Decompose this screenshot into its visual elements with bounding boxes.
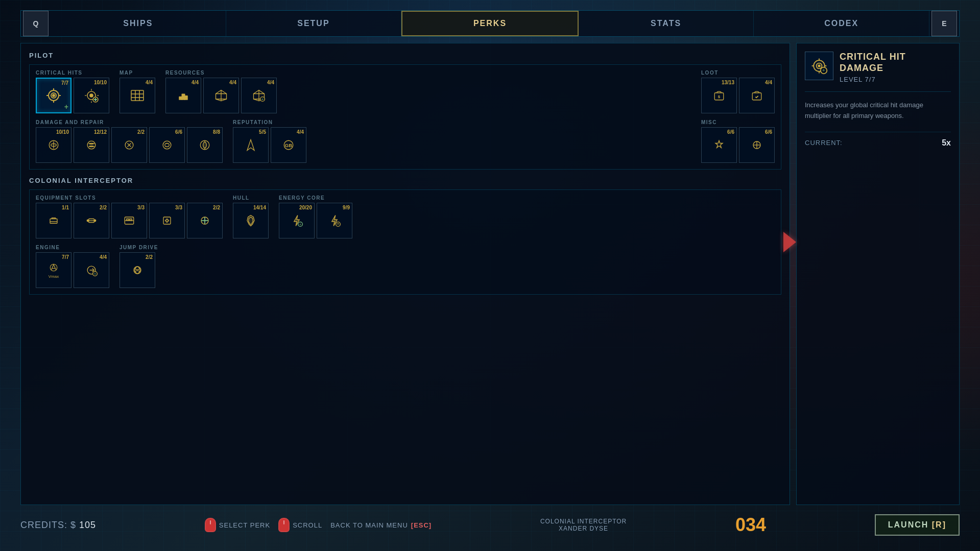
pilot-row-2: DAMAGE AND REPAIR 10/10 <box>36 119 775 163</box>
mouse-left-icon <box>205 518 216 532</box>
perk-count: 2/2 <box>146 254 153 260</box>
nav-key-e[interactable]: E <box>931 11 957 36</box>
perk-engine-1[interactable]: 7/7 Vmax <box>36 252 71 288</box>
perk-jump-1[interactable]: 2/2 <box>119 252 155 288</box>
svg-text:GB: GB <box>285 142 292 148</box>
pilot-row-1: CRITICAL HITS 7/7 <box>36 70 775 113</box>
energy-core-group: ENERGY CORE 20/20 + <box>279 195 352 238</box>
target-icon <box>45 87 62 104</box>
damage-repair-label: DAMAGE AND REPAIR <box>36 119 223 125</box>
resources-items: 4/4 4/4 <box>165 78 277 113</box>
perk-rep-2[interactable]: 4/4 GB <box>271 127 306 163</box>
perk-equip-2[interactable]: 2/2 <box>74 203 109 238</box>
credits-display: CREDITS: $ 105 <box>20 520 96 531</box>
perk-count: 20/20 <box>299 205 312 210</box>
perk-critical-hit-1[interactable]: 7/7 <box>36 78 71 113</box>
ship-type-label: COLONIAL INTERCEPTOR <box>540 518 627 525</box>
perk-count: 3/3 <box>175 205 182 210</box>
perk-equip-5[interactable]: 2/2 <box>187 203 223 238</box>
jump-drive-group: JUMP DRIVE 2/2 <box>119 245 158 288</box>
tab-stats[interactable]: STATS <box>579 11 754 36</box>
select-perk-label: SELECT PERK <box>219 521 270 529</box>
loot-group: LOOT 13/13 $ <box>701 70 775 113</box>
perk-resource-1[interactable]: 4/4 <box>165 78 201 113</box>
loot-icon-1: $ <box>712 88 726 103</box>
damage-icon-5 <box>198 138 212 152</box>
perk-damage-2[interactable]: 12/12 <box>74 127 109 163</box>
perk-resource-3[interactable]: 4/4 + <box>241 78 277 113</box>
perk-hull-1[interactable]: 14/14 <box>233 203 269 238</box>
nav-key-q[interactable]: Q <box>23 11 49 36</box>
misc-group: MISC 6/6 6/6 <box>701 119 775 163</box>
resource-icon-1 <box>176 88 190 103</box>
top-nav: Q SHIPS SETUP PERKS STATS CODEX E <box>20 10 960 37</box>
tab-ships[interactable]: SHIPS <box>51 11 226 36</box>
tab-perks[interactable]: PERKS <box>401 11 579 36</box>
controls-area: SELECT PERK SCROLL BACK TO MAIN MENU [ES… <box>205 518 432 532</box>
scroll-label: SCROLL <box>293 521 322 529</box>
perk-count: 6/6 <box>727 129 734 135</box>
energy-icon-1: + <box>290 213 304 228</box>
damage-icon-3 <box>122 138 136 152</box>
svg-point-59 <box>818 65 820 67</box>
energy-core-label: ENERGY CORE <box>279 195 352 201</box>
svg-point-2 <box>53 94 55 97</box>
critical-hits-group: CRITICAL HITS 7/7 <box>36 70 109 113</box>
perk-count: 8/8 <box>213 129 220 135</box>
reputation-label: REPUTATION <box>233 119 306 125</box>
info-stat-row: CURRENT: 5x <box>805 132 951 148</box>
perk-loot-2[interactable]: 4/4 <box>739 78 775 113</box>
svg-rect-43 <box>130 219 132 221</box>
interceptor-row-1: EQUIPMENT SLOTS 1/1 <box>36 195 775 238</box>
mouse-scroll-icon <box>278 518 290 532</box>
launch-key-label: [R] <box>932 520 946 529</box>
loot-icon-2 <box>750 88 764 103</box>
target-gear-icon <box>83 87 100 104</box>
perk-resource-2[interactable]: 4/4 <box>203 78 239 113</box>
info-title-block: CRITICAL HIT DAMAGE LEVEL 7/7 <box>840 52 951 83</box>
svg-text:+: + <box>299 223 301 226</box>
perk-critical-hit-2[interactable]: 10/10 <box>74 78 109 113</box>
perk-misc-2[interactable]: 6/6 <box>739 127 775 163</box>
hull-items: 14/14 <box>233 203 269 238</box>
perk-damage-1[interactable]: 10/10 <box>36 127 71 163</box>
perk-count: 4/4 <box>229 80 236 85</box>
perk-energy-2[interactable]: 9/9 <box>317 203 352 238</box>
svg-rect-22 <box>752 93 761 100</box>
damage-icon-2 <box>84 138 99 152</box>
select-perk-control: SELECT PERK <box>205 518 270 532</box>
perk-map-1[interactable]: 4/4 <box>119 78 155 113</box>
perk-damage-4[interactable]: 6/6 <box>149 127 185 163</box>
damage-icon-1 <box>46 138 61 152</box>
perk-equip-4[interactable]: 3/3 <box>149 203 185 238</box>
perk-count: 2/2 <box>100 205 107 210</box>
svg-text:+: + <box>261 98 264 101</box>
esc-key-label: [ESC] <box>411 521 432 529</box>
perk-engine-2[interactable]: 4/4 + <box>74 252 109 288</box>
jump-drive-label: JUMP DRIVE <box>119 245 158 250</box>
perk-equip-3[interactable]: 3/3 <box>111 203 147 238</box>
perk-energy-1[interactable]: 20/20 + <box>279 203 315 238</box>
equip-icon-2 <box>84 213 99 228</box>
perk-rep-1[interactable]: 5/5 <box>233 127 269 163</box>
perk-equip-1[interactable]: 1/1 <box>36 203 71 238</box>
launch-button[interactable]: LAUNCH [R] <box>875 514 960 536</box>
perk-count: 10/10 <box>56 129 69 135</box>
plus-icon: + <box>64 103 68 111</box>
perk-count: 4/4 <box>765 80 772 85</box>
perk-count: 14/14 <box>253 205 266 210</box>
tab-codex[interactable]: CODEX <box>754 11 929 36</box>
info-perk-name: CRITICAL HIT DAMAGE <box>840 52 951 74</box>
perk-loot-1[interactable]: 13/13 $ <box>701 78 737 113</box>
engine-label: ENGINE <box>36 245 109 250</box>
perk-count: 4/4 <box>192 80 199 85</box>
perk-count: 4/4 <box>100 254 107 260</box>
svg-rect-17 <box>184 95 188 100</box>
perk-damage-5[interactable]: 8/8 <box>187 127 223 163</box>
perks-panel-inner: PILOT CRITICAL HITS 7/7 <box>29 52 781 496</box>
perk-damage-3[interactable]: 2/2 <box>111 127 147 163</box>
perk-count: 5/5 <box>259 129 266 135</box>
tab-setup[interactable]: SETUP <box>226 11 402 36</box>
misc-icon-1 <box>712 138 726 152</box>
perk-misc-1[interactable]: 6/6 <box>701 127 737 163</box>
